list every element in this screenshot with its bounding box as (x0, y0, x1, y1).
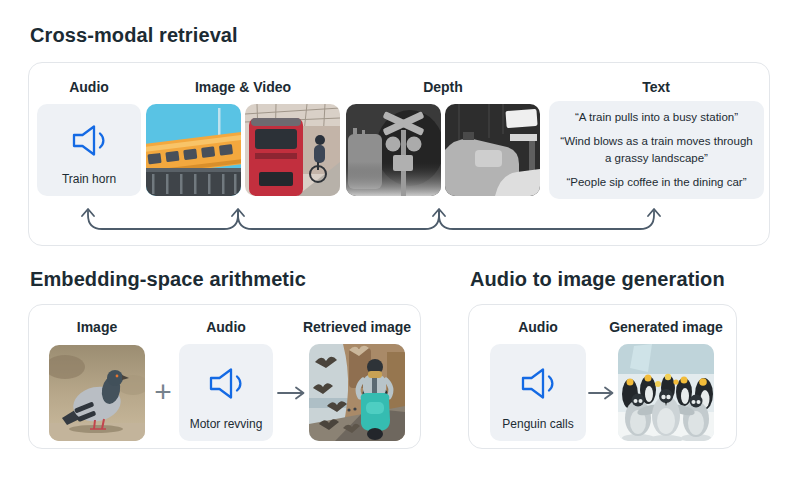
penguins-image (618, 344, 714, 441)
right-arrow-icon (588, 385, 618, 401)
column-label-retrieved: Retrieved image (287, 319, 427, 335)
audio-tile-train-horn: Train horn (37, 104, 141, 196)
quote-1: “A train pulls into a busy station” (557, 109, 756, 126)
depth-train-image (445, 104, 540, 196)
double-headed-curved-arrows (29, 203, 771, 237)
column-label-image: Image (47, 319, 147, 335)
column-label-audio-2: Audio (176, 319, 276, 335)
scooter-image (309, 344, 405, 441)
plus-operator: + (149, 375, 177, 409)
audio-caption: Penguin calls (502, 417, 573, 441)
audio-caption: Train horn (62, 172, 116, 196)
quote-3: “People sip coffee in the dining car” (557, 174, 756, 191)
audio-caption: Motor revving (190, 417, 263, 441)
speaker-icon (204, 344, 248, 417)
depth-crossing-image (346, 104, 441, 196)
quote-2: “Wind blows as a train moves through a g… (557, 133, 756, 168)
column-label-depth: Depth (383, 79, 503, 95)
right-arrow-icon (277, 385, 309, 401)
pigeon-image (49, 345, 145, 441)
column-label-audio: Audio (39, 79, 139, 95)
speaker-icon (516, 344, 560, 417)
generation-title: Audio to image generation (470, 268, 725, 291)
cross-modal-title: Cross-modal retrieval (30, 24, 238, 47)
arithmetic-card: Image Audio Retrieved image (28, 304, 421, 449)
cross-modal-card: Audio Image & Video Depth Text Train hor… (28, 62, 770, 246)
column-label-audio-3: Audio (488, 319, 588, 335)
audio-tile-penguin-calls: Penguin calls (490, 344, 586, 441)
arithmetic-title: Embedding-space arithmetic (30, 268, 306, 291)
column-label-image-video: Image & Video (168, 79, 318, 95)
yellow-train-image (146, 104, 241, 196)
column-label-generated: Generated image (596, 319, 736, 335)
column-label-text: Text (576, 79, 736, 95)
text-quotes-panel: “A train pulls into a busy station” “Win… (549, 101, 764, 199)
red-train-image (245, 104, 340, 196)
speaker-icon (67, 104, 111, 172)
audio-tile-motor-revving: Motor revving (179, 344, 273, 441)
generation-card: Audio Generated image Penguin calls (468, 304, 737, 449)
